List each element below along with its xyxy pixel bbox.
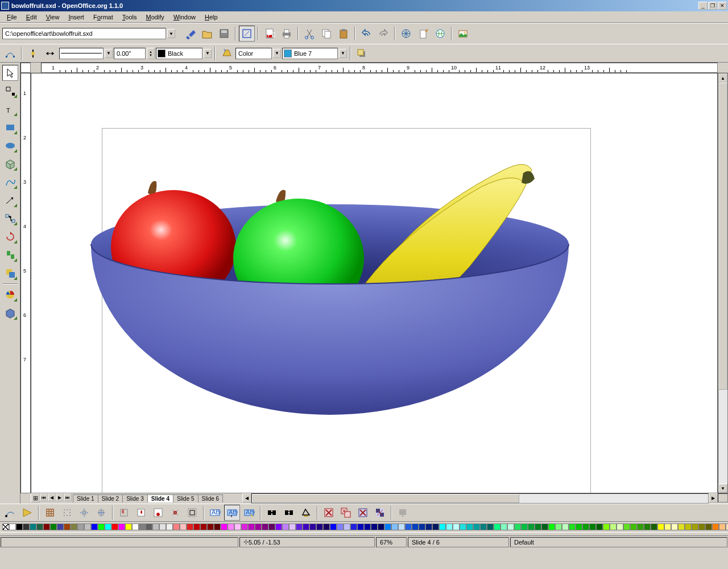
color-swatch[interactable] <box>180 523 187 530</box>
color-swatch[interactable] <box>166 523 173 530</box>
color-swatch[interactable] <box>207 523 214 530</box>
color-swatch[interactable] <box>719 523 726 530</box>
export-pdf-button[interactable]: PDF <box>262 26 278 42</box>
color-swatch[interactable] <box>617 523 623 530</box>
color-swatch[interactable] <box>309 523 316 530</box>
color-swatch[interactable] <box>159 523 166 530</box>
cut-button[interactable] <box>301 26 317 42</box>
color-swatch[interactable] <box>671 523 678 530</box>
tab-first[interactable]: ⏮ <box>40 493 48 501</box>
color-swatch[interactable] <box>630 523 637 530</box>
scroll-right-button[interactable]: ▶ <box>709 493 718 502</box>
color-swatch[interactable] <box>726 523 728 530</box>
graphics-button[interactable] <box>355 505 371 521</box>
paste-button[interactable] <box>336 26 351 42</box>
color-swatch[interactable] <box>262 523 268 530</box>
color-swatch[interactable] <box>316 523 323 530</box>
color-swatch[interactable] <box>91 523 98 530</box>
grid-visible-button[interactable] <box>42 505 58 521</box>
close-button[interactable]: ✕ <box>718 2 727 10</box>
color-swatch[interactable] <box>248 523 255 530</box>
color-swatch[interactable] <box>36 523 43 530</box>
color-swatch[interactable] <box>323 523 330 530</box>
insert-tool[interactable] <box>2 287 18 303</box>
file-path-box[interactable]: C:\openoffice\art\bowloffruit.sxd <box>2 28 166 39</box>
artwork-fruit-bowl[interactable] <box>71 136 583 443</box>
edit-mode-button[interactable] <box>239 26 255 42</box>
menu-edit[interactable]: Edit <box>22 13 42 22</box>
color-swatch[interactable] <box>57 523 64 530</box>
color-swatch[interactable] <box>500 523 507 530</box>
menu-window[interactable]: Window <box>169 13 200 22</box>
color-swatch[interactable] <box>152 523 159 530</box>
zoom-tool[interactable] <box>2 83 18 99</box>
color-swatch[interactable] <box>528 523 535 530</box>
color-swatch[interactable] <box>405 523 412 530</box>
color-swatch[interactable] <box>357 523 364 530</box>
line-pattern-combo[interactable] <box>59 48 104 59</box>
color-swatch[interactable] <box>303 523 309 530</box>
rotate-tool[interactable] <box>2 229 18 245</box>
color-swatch[interactable] <box>43 523 50 530</box>
menu-file[interactable]: File <box>2 13 22 22</box>
snap-guides-button[interactable] <box>93 505 109 521</box>
color-swatch[interactable] <box>330 523 337 530</box>
snap-grid-button[interactable] <box>59 505 75 521</box>
menu-format[interactable]: Format <box>89 13 118 22</box>
color-swatch[interactable] <box>425 523 432 530</box>
color-swatch[interactable] <box>364 523 371 530</box>
color-swatch[interactable] <box>282 523 289 530</box>
color-swatch[interactable] <box>507 523 514 530</box>
scroll-left-button[interactable]: ◀ <box>242 493 251 502</box>
snap-points-button[interactable] <box>150 505 166 521</box>
snap-margins-button[interactable] <box>116 505 132 521</box>
color-swatch[interactable] <box>705 523 712 530</box>
color-swatch[interactable] <box>23 523 30 530</box>
create-object-button[interactable] <box>264 505 280 521</box>
copy-button[interactable] <box>318 26 334 42</box>
graphics2-button[interactable] <box>372 505 388 521</box>
scroll-thumb-h[interactable] <box>252 494 519 503</box>
tab-last[interactable]: ⏭ <box>64 493 72 501</box>
color-swatch[interactable] <box>173 523 180 530</box>
color-swatch[interactable] <box>118 523 125 530</box>
slide-tab-3[interactable]: Slide 3 <box>122 494 148 502</box>
color-swatch[interactable] <box>562 523 569 530</box>
color-swatch[interactable] <box>521 523 528 530</box>
color-swatch[interactable] <box>692 523 698 530</box>
color-swatch[interactable] <box>419 523 425 530</box>
color-swatch[interactable] <box>637 523 644 530</box>
color-swatch[interactable] <box>439 523 446 530</box>
vertical-scrollbar[interactable]: ▲ ▼ <box>718 73 728 493</box>
guides-visible-button[interactable] <box>76 505 92 521</box>
color-swatch[interactable] <box>146 523 152 530</box>
curve-tool[interactable] <box>2 174 18 190</box>
color-swatch[interactable] <box>241 523 248 530</box>
color-swatch[interactable] <box>460 523 466 530</box>
save-button[interactable] <box>216 26 232 42</box>
color-swatch[interactable] <box>98 523 105 530</box>
color-swatch[interactable] <box>337 523 344 530</box>
fill-type-drop[interactable]: ▼ <box>273 49 281 58</box>
color-swatch[interactable] <box>466 523 473 530</box>
color-swatch[interactable] <box>603 523 610 530</box>
menu-view[interactable]: View <box>42 13 64 22</box>
hyperlink-button[interactable] <box>432 26 448 42</box>
color-swatch[interactable] <box>64 523 71 530</box>
color-swatch[interactable] <box>71 523 77 530</box>
color-swatch[interactable] <box>111 523 118 530</box>
color-swatch[interactable] <box>548 523 555 530</box>
color-swatch[interactable] <box>234 523 241 530</box>
color-swatch[interactable] <box>214 523 221 530</box>
tab-prev[interactable]: ◀ <box>48 493 56 501</box>
quick-edit-button[interactable] <box>167 505 183 521</box>
minimize-button[interactable]: _ <box>698 2 708 10</box>
view-button[interactable]: ⊞ <box>31 493 40 502</box>
menu-tools[interactable]: Tools <box>118 13 142 22</box>
color-swatch[interactable] <box>193 523 200 530</box>
file-path-dropdown[interactable]: ▼ <box>167 29 175 38</box>
area-button[interactable] <box>218 46 234 61</box>
color-swatch[interactable] <box>480 523 487 530</box>
color-swatch[interactable] <box>596 523 603 530</box>
line-width-combo[interactable]: 0.00" <box>114 48 146 59</box>
